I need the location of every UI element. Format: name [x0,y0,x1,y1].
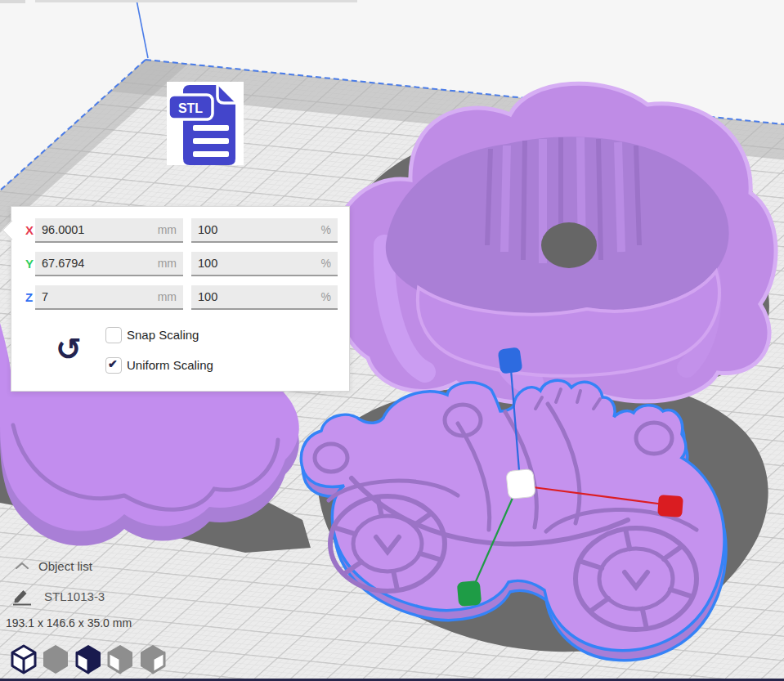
uniform-scaling-label: Uniform Scaling [127,358,213,372]
chevron-up-icon[interactable] [14,562,30,570]
axis-label-x: X [25,223,34,237]
scale-z-percent-field[interactable]: % [191,285,338,310]
uniform-scaling-checkbox[interactable] [105,357,122,374]
unit-label-mm: mm [158,223,177,236]
scale-x-percent-field[interactable]: % [191,218,338,243]
gizmo-y-handle[interactable] [457,580,482,607]
object-list-title[interactable]: Object list [38,559,92,573]
top-view-icon[interactable] [73,643,104,677]
gizmo-center-handle[interactable] [506,468,535,499]
scale-y-mm-field[interactable]: mm [35,252,183,276]
scale-y-percent-field[interactable]: % [191,252,338,276]
unit-label-mm: mm [158,257,177,270]
unit-label-percent: % [321,257,331,270]
scale-z-mm-input[interactable] [42,286,146,307]
scale-tool-panel: X mm % Y mm % Z mm % ↺ [11,206,350,392]
unit-label-percent: % [321,223,331,236]
stl-file-icon: STL [167,82,244,165]
stl-badge-label: STL [178,101,203,115]
shell-center-hole [541,222,597,268]
scale-x-mm-field[interactable]: mm [35,218,183,243]
snap-scaling-label: Snap Scaling [127,328,199,342]
right-view-icon[interactable] [137,643,168,677]
3d-view-icon[interactable] [8,643,39,677]
scale-y-percent-input[interactable] [198,253,300,274]
scale-y-mm-input[interactable] [42,253,146,274]
unit-label-mm: mm [158,290,177,303]
scale-z-mm-field[interactable]: mm [35,285,183,310]
axis-label-z: Z [25,290,33,304]
scale-z-percent-input[interactable] [198,286,300,307]
unit-label-percent: % [321,290,331,303]
camera-view-toolbar [8,643,172,677]
snap-scaling-checkbox[interactable] [105,327,122,343]
edit-pencil-icon[interactable] [11,586,34,606]
top-edge-strip-main [35,0,357,2]
scale-x-percent-input[interactable] [198,219,300,240]
left-view-icon[interactable] [105,643,136,677]
axis-label-y: Y [25,257,34,271]
top-edge-strip-left [0,0,25,3]
object-list-item[interactable]: STL1013-3 [44,589,105,603]
gizmo-x-handle[interactable] [657,495,683,517]
front-view-icon[interactable] [40,643,71,677]
scale-x-mm-input[interactable] [42,219,146,240]
model-dimensions: 193.1 x 146.6 x 35.0 mm [6,616,132,629]
gizmo-z-handle[interactable] [498,347,523,374]
